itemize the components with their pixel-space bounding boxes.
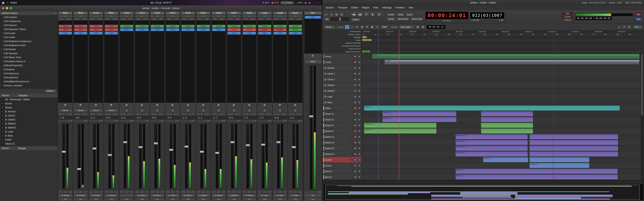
strip-comment-button[interactable]: Cmt (258, 198, 272, 201)
favorite-plugin-item[interactable]: ▸ Calf Reverb (0, 47, 57, 51)
phase-button[interactable]: ø (250, 18, 256, 20)
gain-display[interactable]: -0.0 (150, 116, 164, 119)
solo-button[interactable] (176, 190, 180, 193)
track-header[interactable]: B. Bass M S (322, 100, 362, 105)
strip-input-button[interactable]: ≡ (104, 15, 118, 17)
strip-input-button[interactable]: ≡ (120, 15, 134, 17)
strip-show-button[interactable]: Afficher (58, 109, 72, 112)
solo-button[interactable] (237, 190, 241, 193)
peak-display[interactable]: -inf (212, 119, 226, 122)
peak-display[interactable]: -inf (242, 119, 256, 122)
solo-button[interactable]: S (358, 113, 361, 115)
solo-button[interactable]: S (358, 72, 361, 75)
mute-button[interactable]: M (354, 164, 357, 167)
ruler-row[interactable]: 116,000/4 (362, 39, 641, 42)
track-header[interactable]: Clean2 D M S (322, 128, 362, 134)
track-header[interactable]: B. Rythm2 M S (322, 88, 362, 94)
trim-button[interactable] (112, 113, 118, 116)
mute-button[interactable]: M (354, 147, 357, 150)
strip-group-button[interactable]: B. Clean 2 (166, 194, 180, 197)
monitor-input-button[interactable] (212, 190, 216, 193)
peak-display[interactable]: -inf (227, 119, 241, 122)
plugin-button[interactable]: GxmSX (181, 25, 195, 28)
strip-input-button[interactable]: ≡ (181, 15, 195, 17)
phase-button[interactable]: ø (273, 18, 280, 20)
mute-button[interactable] (293, 190, 298, 193)
strip-comment-button[interactable]: Cmt (135, 198, 149, 201)
peak-display[interactable]: -inf (74, 119, 88, 122)
aux-clock[interactable]: 00:00:00:00 (576, 17, 593, 20)
gain-display[interactable]: -0.0 (227, 116, 241, 119)
visibility-checkbox[interactable]: ✔ (1, 119, 4, 121)
visibility-checkbox[interactable]: ✔ (1, 127, 4, 129)
smart-mode-button[interactable]: Malin (380, 25, 388, 29)
processor-box[interactable]: GxmSXTLGFRFader (227, 21, 241, 103)
favorite-plugin-item[interactable]: GxCabinet (0, 68, 57, 72)
phase-button[interactable]: ø (212, 18, 218, 20)
trim-button[interactable] (173, 113, 180, 116)
fader-handle[interactable] (200, 151, 204, 153)
menubar-item[interactable]: Édition (350, 6, 360, 9)
strip-name-button[interactable]: LeadD (273, 11, 287, 14)
fader[interactable] (200, 124, 203, 188)
strip-list-item[interactable]: ✔ B. Lead (0, 130, 57, 134)
mute-button[interactable]: M (354, 72, 357, 75)
mute-button[interactable] (262, 190, 267, 193)
monitor-input-button[interactable] (288, 190, 293, 193)
fader[interactable] (262, 124, 264, 188)
plugin-button[interactable]: GxMBC (273, 25, 287, 28)
peak-display[interactable]: -inf (135, 119, 149, 122)
close-icon[interactable]: × (319, 1, 320, 4)
audition-indicator[interactable]: Écoute (562, 15, 574, 18)
audio-region[interactable]: Clean2 D 1-1 (364, 128, 436, 134)
track-header[interactable]: Rythm1 D M S (322, 140, 362, 146)
mute-button[interactable]: M (354, 95, 357, 98)
mute-button[interactable]: M (354, 113, 357, 115)
active-app-menu[interactable]: ♬ Ardour (7, 1, 17, 4)
strip-input-button[interactable]: ≡ (273, 15, 287, 17)
strip-comment-button[interactable]: Cmt (242, 198, 256, 201)
phase-button[interactable]: ø (158, 18, 164, 20)
audio-region[interactable]: Rythm2 D 1-1 (456, 151, 528, 157)
record-arm-button[interactable] (351, 119, 353, 121)
gain-display[interactable]: -inf (74, 116, 88, 119)
menubar-item[interactable]: Région (360, 6, 371, 9)
master-processor-box[interactable]: Fader (304, 15, 322, 53)
strip-name-button[interactable]: BassG (288, 11, 302, 14)
maximize-icon[interactable]: □ (316, 1, 317, 4)
audio-region[interactable]: Bass G 1-1 (456, 169, 618, 174)
strip-comment-button[interactable]: Cmt (166, 198, 180, 201)
plugin-button[interactable]: GxmSX (289, 25, 302, 28)
phase-button[interactable]: ø (135, 18, 142, 20)
strip-group-button[interactable]: B. Reverb (74, 194, 88, 197)
record-arm-button[interactable] (351, 113, 353, 115)
trim-button[interactable] (120, 113, 126, 116)
peak-display[interactable]: -inf (150, 119, 164, 122)
strip-show-button[interactable]: D (186, 109, 190, 112)
strip-show-button[interactable]: D (248, 109, 252, 112)
track-header[interactable]: Rythm1 G M S (322, 134, 362, 140)
phase-button[interactable]: ø (181, 18, 188, 20)
favorite-plugin-item[interactable]: Calf Deesser (0, 23, 57, 27)
strip-name-button[interactable]: Cln1D (150, 11, 164, 14)
processor-box[interactable]: GxmSXFader (181, 21, 195, 103)
editor-canvas[interactable]: Drums 1 Vocals 1 Violon 2-1 Clean1 G 1-1… (362, 54, 641, 180)
ruler-row[interactable] (362, 42, 641, 45)
record-arm-button[interactable] (351, 147, 353, 149)
record-mode-button[interactable]: Enreg. (386, 17, 396, 21)
close-icon[interactable] (2, 7, 4, 9)
plugin-button[interactable]: GxmSX (151, 25, 164, 28)
favorite-plugin-item[interactable]: GxBarkGraphicEQ (0, 64, 57, 68)
plugin-button[interactable]: CfRvb (105, 28, 118, 31)
fader-processor-button[interactable]: Fader (289, 32, 302, 35)
fader[interactable] (78, 124, 80, 188)
phase-button[interactable]: ø (258, 18, 264, 20)
record-arm-button[interactable] (351, 130, 353, 132)
strip-show-button[interactable]: D (217, 109, 221, 112)
track-header[interactable]: Clean2 G M S (322, 123, 362, 128)
strip-input-button[interactable]: ≡ (58, 15, 72, 17)
phase-button[interactable]: ø (242, 18, 249, 20)
zoom-in-button[interactable]: + (622, 25, 626, 29)
master-pan-knob[interactable] (311, 54, 315, 58)
mute-button[interactable]: M (354, 124, 357, 127)
